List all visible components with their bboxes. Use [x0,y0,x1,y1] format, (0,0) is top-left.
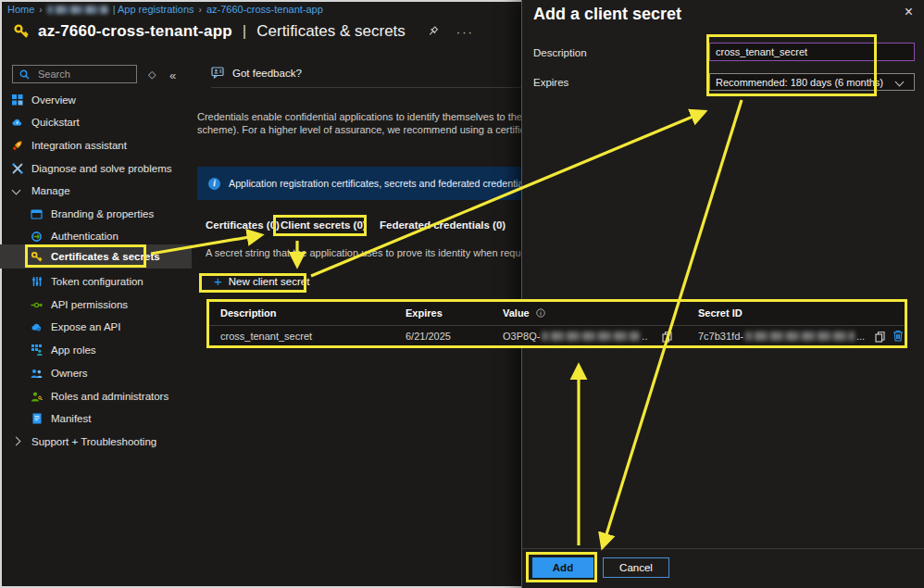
copy-icon[interactable] [875,330,885,346]
secret-id-cell: 7c7b31fd-... [698,331,865,342]
sidebar-item-api-permissions[interactable]: API permissions [0,294,192,316]
secret-description-cell: cross_tenant_secret [220,331,312,342]
manifest-icon [31,413,43,425]
info-banner: i Application registration certificates,… [197,167,521,200]
col-secret-id[interactable]: Secret ID [698,307,743,319]
keyboard-shortcut-icon[interactable]: ◇ [148,69,156,81]
divider [211,87,521,88]
plus-icon: + [214,275,222,288]
intro-text-line1: Credentials enable confidential applicat… [197,111,523,122]
got-feedback-link[interactable]: Got feedback? [211,66,302,80]
api-permissions-icon [31,299,43,311]
add-button[interactable]: Add [532,557,593,578]
expires-dropdown[interactable]: Recommended: 180 days (6 months) [709,73,915,91]
more-options-icon[interactable]: ··· [456,25,474,39]
divider [209,325,905,326]
breadcrumb-current-app[interactable]: az-7660-cross-tenant-app [206,4,323,15]
chevron-right-icon [11,436,23,448]
app-roles-icon [31,344,43,357]
collapse-sidebar-icon[interactable]: « [169,69,176,82]
intro-text-line2: scheme). For a higher level of assurance… [197,124,523,135]
page-name: Certificates & secrets [256,22,406,41]
info-icon: i [208,178,220,190]
integration-assistant-icon [11,140,23,152]
sidebar-item-roles-administrators[interactable]: Roles and administrators [0,385,192,407]
col-description[interactable]: Description [220,307,277,319]
cancel-button[interactable]: Cancel [603,557,669,578]
redacted-value [542,332,640,341]
page-title: az-7660-cross-tenant-app | Certificates … [13,22,474,41]
secret-value-cell: O3P8Q-.. [503,331,647,342]
search-input[interactable] [36,68,131,81]
sidebar-item-diagnose[interactable]: Diagnose and solve problems [0,157,192,180]
sidebar-item-app-roles[interactable]: App roles [0,339,192,361]
copy-icon[interactable] [662,330,672,346]
branding-icon [31,208,43,220]
owners-icon [31,368,43,380]
divider [522,548,924,549]
tab-client-secrets[interactable]: Client secrets (0) [281,219,367,231]
tab-certificates[interactable]: Certificates (0) [206,219,280,231]
col-value[interactable]: Value [503,307,545,319]
azure-portal-window: Home › | App registrations › az-7660-cro… [0,0,924,588]
sidebar-item-owners[interactable]: Owners [0,362,192,384]
search-icon [19,69,31,81]
diagnose-icon [11,163,23,175]
panel-title: Add a client secret [533,5,681,24]
expires-label: Expires [533,77,568,88]
certificates-secrets-icon [31,251,43,263]
token-configuration-icon [31,276,43,288]
new-client-secret-button[interactable]: + New client secret [214,275,309,288]
sidebar-search[interactable] [12,65,137,83]
info-icon [536,308,545,318]
tab-federated-credentials[interactable]: Federated credentials (0) [380,219,506,231]
delete-icon[interactable] [893,329,904,345]
section-description: A secret string that the application use… [206,247,524,258]
sidebar-item-certificates-secrets[interactable]: Certificates & secrets [0,244,192,269]
sidebar-group-support[interactable]: Support + Troubleshooting [0,431,192,453]
app-name: az-7660-cross-tenant-app [38,22,232,41]
chevron-down-icon [11,185,23,197]
pin-icon[interactable] [427,26,439,38]
chevron-down-icon [895,78,905,87]
sidebar-item-expose-api[interactable]: Expose an API [0,316,192,338]
description-label: Description [533,47,587,58]
col-expires[interactable]: Expires [406,307,443,319]
client-secrets-table: Description Expires Value Secret ID cros… [206,299,907,348]
breadcrumb-app-registrations[interactable]: | App registrations [113,4,194,15]
key-icon [13,23,30,40]
secret-expires-cell: 6/21/2025 [406,331,451,342]
sidebar-item-branding[interactable]: Branding & properties [0,203,192,225]
breadcrumb-home[interactable]: Home [7,4,34,15]
sidebar-item-integration-assistant[interactable]: Integration assistant [0,134,192,156]
sidebar-group-manage[interactable]: Manage [0,180,192,202]
close-icon[interactable]: × [905,4,913,20]
feedback-icon [211,66,225,80]
authentication-icon [31,231,43,243]
breadcrumb: Home › | App registrations › az-7660-cro… [7,4,323,15]
sidebar-item-quickstart[interactable]: Quickstart [0,111,192,133]
sidebar-item-manifest[interactable]: Manifest [0,407,192,430]
sidebar-item-overview[interactable]: Overview [0,89,192,111]
redacted-directory-name [47,6,108,14]
overview-icon [11,94,23,106]
description-field[interactable] [709,43,915,61]
quickstart-icon [11,117,23,129]
add-client-secret-panel: Add a client secret × Description Expire… [521,0,924,588]
sidebar-item-token-configuration[interactable]: Token configuration [0,270,192,293]
expose-api-icon [31,321,43,333]
roles-administrators-icon [31,391,43,403]
redacted-secret-id [745,332,855,341]
